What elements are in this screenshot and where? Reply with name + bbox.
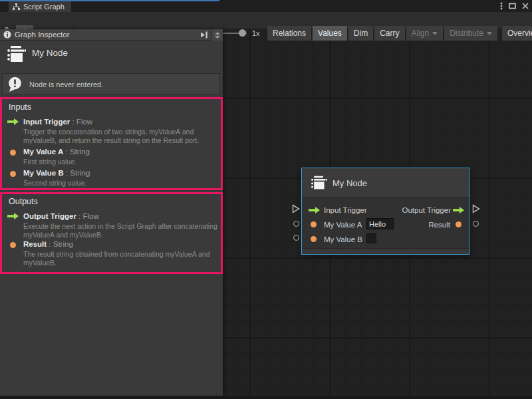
flow-port-icon	[7, 213, 19, 219]
scroll-down-icon[interactable]	[215, 36, 220, 39]
graph-toolbar: <×> New Script Graph Zoom 1x Relations V…	[0, 12, 532, 29]
chevron-down-icon	[487, 32, 492, 35]
external-value-port-left[interactable]	[293, 235, 299, 241]
inputs-section: Inputs Input Trigger : Flow Trigger the …	[0, 97, 223, 190]
port-doc-name: My Value A : String	[23, 148, 90, 156]
align-dropdown[interactable]: Align	[406, 26, 444, 41]
flow-port-icon[interactable]	[309, 207, 320, 213]
value-port-icon	[10, 242, 16, 248]
node-header[interactable]: My Node	[302, 168, 469, 198]
port-doc-description: First string value.	[23, 158, 217, 166]
distribute-dropdown[interactable]: Distribute	[444, 26, 497, 41]
carry-button[interactable]: Carry	[374, 26, 404, 41]
port-doc-description: Second string value.	[23, 179, 217, 188]
maximize-icon[interactable]	[509, 3, 516, 9]
inspected-node-title: My Node	[32, 48, 68, 58]
value-port-icon[interactable]	[311, 236, 317, 242]
dock-panel-icon[interactable]	[200, 31, 208, 39]
node-port-label: My Value B	[324, 235, 362, 243]
section-title: Inputs	[9, 102, 31, 112]
chevron-down-icon	[432, 32, 438, 35]
node-port-label: Output Trigger	[402, 206, 451, 214]
external-value-port-left[interactable]	[293, 221, 299, 227]
tab-label: Script Graph	[23, 3, 65, 11]
unit-icon	[310, 175, 327, 191]
port-doc-description: Execute the next action in the Script Gr…	[23, 222, 217, 239]
outputs-section: Outputs Output Trigger : Flow Execute th…	[0, 192, 223, 274]
inspector-title: Graph Inspector	[15, 31, 69, 39]
panel-scroll-spinner[interactable]	[211, 29, 223, 41]
zoom-slider-handle[interactable]	[239, 29, 246, 37]
toolbar-button-row: Relations Values Dim Carry Align Distrib…	[267, 26, 532, 41]
unit-icon	[6, 45, 26, 63]
window-bottom-edge	[0, 396, 532, 399]
flow-port-icon[interactable]	[453, 207, 464, 213]
node-footer	[302, 248, 469, 254]
port-doc-name: Result : String	[23, 240, 73, 248]
port-doc-name: My Value B : String	[23, 169, 90, 177]
warning-text: Node is never entered.	[29, 80, 103, 88]
warning-box: Node is never entered.	[2, 73, 220, 95]
node-port-label: Result	[428, 221, 450, 229]
relations-button[interactable]: Relations	[267, 26, 311, 41]
scroll-up-icon[interactable]	[215, 32, 220, 35]
value-port-icon	[10, 171, 16, 177]
section-title: Outputs	[9, 197, 38, 206]
title-bar: Script Graph	[0, 0, 532, 12]
external-value-port-right[interactable]	[473, 221, 479, 227]
my-node-unit[interactable]: My Node Input Trigger Output Trigger My …	[301, 168, 469, 255]
graph-tab-icon	[13, 3, 20, 11]
node-port-label: My Value A	[324, 221, 362, 229]
inspector-header: Graph Inspector	[0, 29, 223, 41]
overview-button[interactable]: Overview	[502, 26, 532, 41]
flow-port-icon	[7, 118, 19, 125]
value-port-icon	[10, 150, 16, 156]
info-icon	[3, 31, 11, 39]
external-flow-port-left[interactable]	[292, 204, 300, 213]
value-port-icon[interactable]	[311, 221, 317, 227]
port-doc-name: Input Trigger : Flow	[23, 118, 92, 126]
external-flow-port-right[interactable]	[472, 204, 480, 213]
zoom-value: 1x	[252, 29, 260, 37]
script-graph-window: Script Graph	[0, 0, 532, 399]
node-port-label: Input Trigger	[324, 206, 367, 214]
value-a-input[interactable]	[366, 218, 394, 229]
tab-script-graph[interactable]: Script Graph	[9, 1, 71, 12]
values-button[interactable]: Values	[313, 26, 347, 41]
close-icon[interactable]	[522, 3, 529, 9]
value-b-input[interactable]	[366, 233, 376, 243]
port-doc-description: The result string obtained from concaten…	[23, 250, 217, 267]
warning-bubble-icon	[7, 76, 23, 92]
kebab-menu-icon[interactable]	[500, 2, 503, 10]
dim-button[interactable]: Dim	[348, 26, 373, 41]
graph-inspector-panel: Graph Inspector My Node	[0, 29, 223, 396]
port-doc-description: Trigger the concatenation of two strings…	[23, 128, 217, 145]
node-title: My Node	[332, 178, 367, 188]
value-port-icon[interactable]	[456, 221, 462, 227]
port-doc-name: Output Trigger : Flow	[23, 212, 99, 220]
